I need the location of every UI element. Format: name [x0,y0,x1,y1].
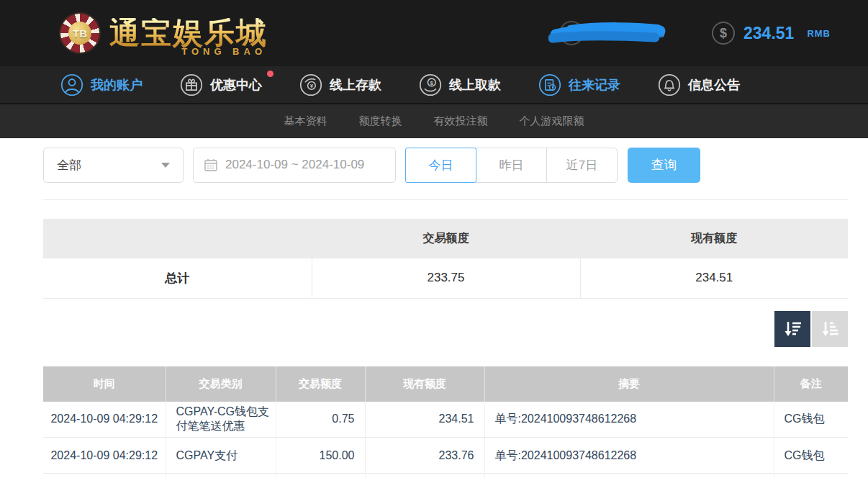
subnav-quota-transfer[interactable]: 额度转换 [359,114,402,128]
records-table: 时间 交易类别 交易额度 现有额度 摘要 备注 2024-10-09 04:29… [43,366,848,478]
nav-label: 线上取款 [449,76,501,94]
nav-label: 我的账户 [91,76,143,94]
yesterday-button[interactable]: 昨日 [476,148,547,183]
table-row-partial [43,474,848,478]
summary-total-row: 总计 233.75 234.51 [43,258,848,298]
calendar-icon [204,158,218,172]
type-select[interactable]: 全部 [43,148,184,183]
svg-text:$: $ [430,80,434,86]
user-avatar-icon [559,20,584,46]
dollar-icon: $ [712,22,735,45]
today-button[interactable]: 今日 [405,148,476,183]
top-header: TB 通宝娱乐城 TONG BAO chen26990 $ 234.51 RMB [0,0,868,66]
cell-summary: 单号:202410093748612268 [484,438,774,474]
main-nav: 我的账户 优惠中心 ¥ 线上存款 $ 线上取款 [0,66,868,103]
cell-time: 2024-10-09 04:29:12 [43,402,166,438]
nav-item-records[interactable]: 往来记录 [538,73,620,96]
svg-text:¥: ¥ [310,83,314,89]
cell-remark: CG钱包 [774,402,848,438]
col-time: 时间 [43,366,166,402]
records-header-row: 时间 交易类别 交易额度 现有额度 摘要 备注 [43,366,848,402]
col-amount: 交易额度 [276,366,365,402]
user-account[interactable]: chen26990 [559,17,666,49]
nav-label: 优惠中心 [210,76,262,94]
bell-icon [658,73,681,96]
cell-amount: 150.00 [276,438,365,474]
brand-logo[interactable]: TB 通宝娱乐城 TONG BAO [60,14,268,53]
brand-name-en: TONG BAO [181,46,266,57]
notification-dot [267,71,273,77]
brand-title: 通宝娱乐城 TONG BAO [109,18,268,48]
summary-total-balance: 234.51 [580,258,848,298]
nav-label: 信息公告 [688,76,740,94]
poker-chip-icon: TB [60,14,99,53]
username-text: chen26990 [592,25,666,41]
cell-type: CGPAY支付 [166,438,276,474]
last7days-button[interactable]: 近7日 [546,148,618,183]
summary-total-label: 总计 [43,258,312,298]
subnav-basic-info[interactable]: 基本资料 [284,114,327,128]
records-icon [538,73,561,96]
type-select-value: 全部 [57,157,81,173]
table-row: 2024-10-09 04:29:12 CGPAY-CG钱包支付笔笔送优惠 0.… [43,402,848,438]
sort-descending-icon [782,319,803,339]
gift-icon [180,73,203,96]
subnav-game-limits[interactable]: 个人游戏限额 [520,114,584,128]
cell-type: CGPAY-CG钱包支付笔笔送优惠 [166,402,276,438]
cell-remark: CG钱包 [774,438,848,474]
sort-ascending-button[interactable] [812,311,848,347]
summary-header-transaction: 交易额度 [312,219,580,258]
nav-label: 线上存款 [330,76,381,94]
sort-ascending-icon [820,319,840,339]
cell-balance: 234.51 [365,402,484,438]
content-area: 全部 2024-10-09 ~ 2024-10-09 今日 昨日 近7日 查询 [0,138,868,478]
nav-item-promotions[interactable]: 优惠中心 [180,73,262,96]
section-divider [43,199,848,200]
date-range-value: 2024-10-09 ~ 2024-10-09 [225,158,364,172]
nav-item-deposit[interactable]: ¥ 线上存款 [299,73,381,96]
summary-total-transaction: 233.75 [312,258,580,298]
brand-name-cn: 通宝娱乐城 [109,18,268,48]
summary-header-balance: 现有额度 [580,219,848,258]
balance-currency: RMB [807,28,831,39]
cell-time: 2024-10-09 04:29:12 [43,438,166,474]
chevron-down-icon [161,163,170,168]
balance-amount: 234.51 [743,24,794,43]
nav-item-withdraw[interactable]: $ 线上取款 [419,73,501,96]
col-type: 交易类别 [166,366,276,402]
sort-descending-button[interactable] [774,311,810,347]
cell-balance: 233.76 [365,438,484,474]
nav-item-announcements[interactable]: 信息公告 [658,73,740,96]
quick-date-group: 今日 昨日 近7日 [405,148,618,183]
cell-summary: 单号:202410093748612268 [484,402,774,438]
sort-controls [43,311,848,347]
header-right: chen26990 $ 234.51 RMB [559,17,831,49]
nav-label: 往来记录 [569,76,620,94]
sub-nav: 基本资料 额度转换 有效投注额 个人游戏限额 [0,103,868,138]
balance-box[interactable]: $ 234.51 RMB [712,22,831,45]
deposit-icon: ¥ [299,73,322,96]
chip-initials: TB [68,22,91,45]
query-button[interactable]: 查询 [628,148,700,183]
summary-table: 交易额度 现有额度 总计 233.75 234.51 [43,219,848,299]
date-range-input[interactable]: 2024-10-09 ~ 2024-10-09 [193,148,396,183]
col-remark: 备注 [774,366,848,402]
table-row: 2024-10-09 04:29:12 CGPAY支付 150.00 233.7… [43,438,848,474]
summary-header-empty [43,219,312,258]
withdraw-icon: $ [419,73,442,96]
filter-row: 全部 2024-10-09 ~ 2024-10-09 今日 昨日 近7日 查询 [43,147,848,183]
cell-amount: 0.75 [276,402,365,438]
user-icon [60,73,83,96]
nav-item-my-account[interactable]: 我的账户 [60,73,143,96]
subnav-valid-bets[interactable]: 有效投注额 [434,114,488,128]
summary-header-row: 交易额度 现有额度 [43,219,848,258]
col-summary: 摘要 [484,366,774,402]
col-balance: 现有额度 [365,366,484,402]
